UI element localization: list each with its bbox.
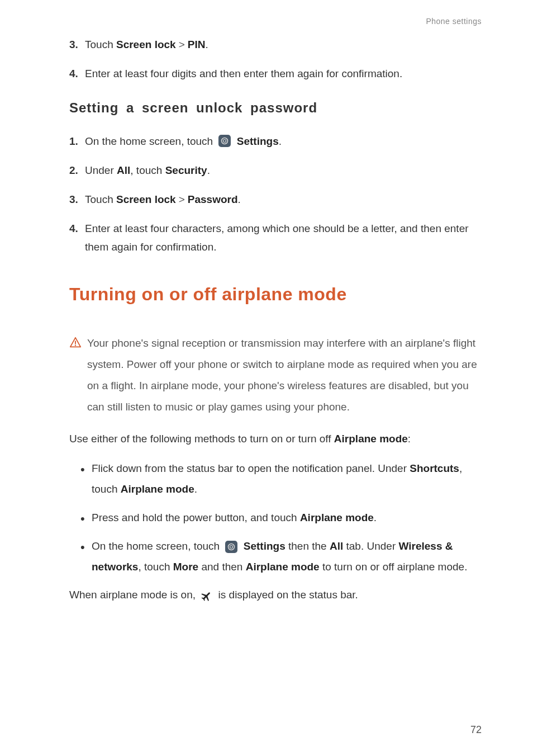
text: , touch bbox=[138, 561, 173, 573]
text: Use either of the following methods to t… bbox=[69, 433, 334, 445]
text: . bbox=[207, 164, 210, 176]
step-body: Under All, touch Security. bbox=[85, 162, 482, 179]
text: On the home screen, touch bbox=[92, 540, 222, 552]
text: When airplane mode is on, bbox=[69, 589, 198, 601]
svg-point-4 bbox=[75, 344, 76, 346]
pin-label: PIN bbox=[188, 39, 206, 50]
method-list: Flick down from the status bar to open t… bbox=[80, 458, 482, 577]
step-number: 3. bbox=[69, 191, 85, 209]
password-label: Password bbox=[188, 193, 238, 205]
shortcuts-label: Shortcuts bbox=[410, 462, 459, 474]
list-item: Flick down from the status bar to open t… bbox=[80, 458, 482, 499]
step-body: Enter at least four characters, among wh… bbox=[85, 220, 482, 256]
text: and then bbox=[198, 561, 246, 573]
text: is displayed on the status bar. bbox=[218, 589, 358, 601]
subheading-password: Setting a screen unlock password bbox=[69, 100, 482, 116]
svg-rect-5 bbox=[225, 541, 237, 553]
warning-block: Your phone's signal reception or transmi… bbox=[69, 333, 482, 418]
step-pin-4: 4. Enter at least four digits and then e… bbox=[69, 65, 482, 83]
closing-paragraph: When airplane mode is on, is displayed o… bbox=[69, 585, 482, 605]
more-label: More bbox=[173, 561, 198, 573]
text: Flick down from the status bar to open t… bbox=[92, 462, 410, 474]
all-label: All bbox=[330, 540, 343, 552]
step-pw-1: 1. On the home screen, touch Settings. bbox=[69, 133, 482, 150]
step-body: Touch Screen lock>Password. bbox=[85, 191, 482, 209]
text: to turn on or off airplane mode. bbox=[320, 561, 468, 573]
chevron-separator: > bbox=[176, 39, 188, 50]
settings-label: Settings bbox=[244, 540, 285, 552]
text: tab. Under bbox=[343, 540, 398, 552]
text: . bbox=[374, 512, 377, 523]
step-number: 2. bbox=[69, 162, 85, 179]
text: Touch bbox=[85, 193, 116, 205]
text: , touch bbox=[130, 164, 165, 176]
airplane-mode-label: Airplane mode bbox=[121, 483, 194, 495]
warning-icon bbox=[69, 333, 87, 418]
text: . bbox=[238, 193, 241, 205]
step-pw-4: 4. Enter at least four characters, among… bbox=[69, 220, 482, 256]
step-pin-3: 3. Touch Screen lock>PIN. bbox=[69, 36, 482, 54]
text: Touch bbox=[85, 39, 116, 50]
screen-lock-label: Screen lock bbox=[116, 193, 176, 205]
page-number: 72 bbox=[470, 724, 482, 736]
screen-lock-label: Screen lock bbox=[116, 39, 176, 50]
list-item: On the home screen, touch Settings then … bbox=[80, 536, 482, 577]
step-body: Touch Screen lock>PIN. bbox=[85, 36, 482, 54]
text: . bbox=[194, 483, 197, 495]
warning-text: Your phone's signal reception or transmi… bbox=[87, 333, 482, 418]
section-title-airplane: Turning on or off airplane mode bbox=[69, 284, 482, 305]
text: . bbox=[205, 39, 208, 50]
step-body: Enter at least four digits and then ente… bbox=[85, 65, 482, 83]
airplane-mode-label: Airplane mode bbox=[334, 433, 408, 445]
step-number: 3. bbox=[69, 36, 85, 54]
list-item: Press and hold the power button, and tou… bbox=[80, 507, 482, 528]
breadcrumb: Phone settings bbox=[69, 17, 482, 26]
airplane-mode-label: Airplane mode bbox=[300, 512, 374, 523]
step-number: 4. bbox=[69, 65, 85, 83]
text: then the bbox=[285, 540, 330, 552]
security-label: Security bbox=[165, 164, 207, 176]
text: Under bbox=[85, 164, 117, 176]
all-label: All bbox=[117, 164, 130, 176]
step-number: 4. bbox=[69, 220, 85, 256]
settings-icon bbox=[218, 134, 231, 148]
text: On the home screen, touch bbox=[85, 135, 216, 147]
text: : bbox=[408, 433, 411, 445]
intro-paragraph: Use either of the following methods to t… bbox=[69, 429, 482, 449]
step-pw-2: 2. Under All, touch Security. bbox=[69, 162, 482, 179]
document-page: Phone settings 3. Touch Screen lock>PIN.… bbox=[0, 0, 533, 756]
step-body: On the home screen, touch Settings. bbox=[85, 133, 482, 150]
airplane-mode-label: Airplane mode bbox=[246, 561, 320, 573]
svg-rect-0 bbox=[218, 135, 231, 147]
text: Press and hold the power button, and tou… bbox=[92, 512, 300, 523]
airplane-icon bbox=[201, 589, 213, 601]
chevron-separator: > bbox=[176, 193, 188, 205]
settings-icon bbox=[225, 540, 238, 553]
text: . bbox=[279, 135, 282, 147]
settings-label: Settings bbox=[237, 135, 279, 147]
step-pw-3: 3. Touch Screen lock>Password. bbox=[69, 191, 482, 209]
step-number: 1. bbox=[69, 133, 85, 150]
